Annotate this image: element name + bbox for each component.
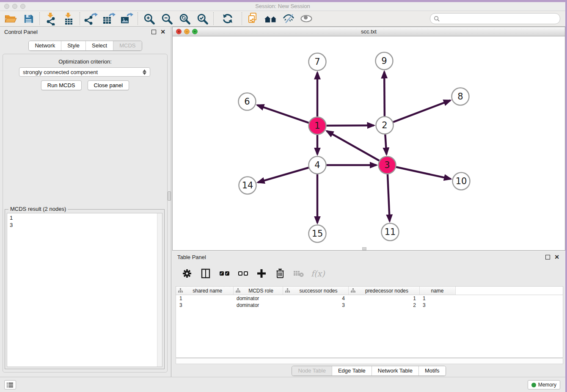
zoom-window-button[interactable] — [20, 4, 25, 9]
tab-select[interactable]: Select — [85, 41, 113, 50]
list-icon — [7, 382, 14, 388]
select-stepper-icon — [143, 69, 146, 75]
import-network-icon[interactable] — [42, 11, 60, 26]
criterion-value: strongly connected component — [23, 69, 98, 75]
table-hscrollbar[interactable] — [176, 358, 563, 364]
table-cell[interactable]: 3 — [283, 302, 348, 309]
node-label-9: 9 — [381, 56, 387, 66]
node-label-6: 6 — [244, 97, 250, 107]
tab-network[interactable]: Network — [29, 41, 61, 50]
show-all-icon[interactable] — [297, 11, 315, 26]
save-session-icon[interactable] — [19, 11, 37, 26]
network-frame-titlebar[interactable]: ✕ − + scc.txt — [173, 27, 565, 36]
criterion-select[interactable]: strongly connected component — [19, 67, 150, 77]
table-settings-gear-icon[interactable] — [181, 267, 193, 280]
fit-content-icon[interactable] — [176, 11, 193, 26]
column-header-mcds-role[interactable]: MCDS role — [233, 287, 283, 295]
table-cell[interactable]: 3 — [176, 302, 233, 309]
node-label-1: 1 — [314, 121, 320, 131]
frame-maximize-icon[interactable]: + — [192, 29, 198, 34]
table-panel-title: Table Panel — [177, 254, 206, 260]
table-cell[interactable]: 1 — [176, 295, 233, 302]
export-network-icon[interactable] — [82, 11, 100, 26]
close-panel-button[interactable]: Close panel — [88, 80, 129, 90]
import-table-icon[interactable] — [60, 11, 77, 26]
column-header-name[interactable]: name — [419, 287, 455, 295]
open-session-icon[interactable] — [2, 11, 19, 26]
table-tabs: Node Table Edge Table Network Table Moti… — [172, 366, 565, 376]
zoom-selected-icon[interactable] — [193, 11, 211, 26]
first-neighbors-icon[interactable] — [262, 11, 280, 26]
float-panel-icon[interactable] — [151, 30, 156, 34]
status-bar: Memory — [0, 377, 565, 392]
delete-column-icon[interactable] — [274, 267, 286, 280]
hide-selected-icon[interactable] — [280, 11, 297, 26]
table-cell[interactable]: 3 — [419, 302, 455, 309]
delete-table-icon-disabled — [292, 267, 305, 280]
tab-edge-table[interactable]: Edge Table — [332, 366, 372, 375]
edge-2-3[interactable] — [385, 134, 386, 154]
edge-2-8[interactable] — [393, 100, 450, 122]
search-input[interactable] — [440, 15, 556, 22]
function-builder-icon: f(x) — [311, 269, 325, 278]
split-divider[interactable] — [171, 27, 171, 377]
table-cell[interactable]: dominator — [233, 295, 283, 302]
tab-style[interactable]: Style — [61, 41, 85, 50]
table-row[interactable]: 1dominator411 — [176, 295, 563, 302]
node-label-8: 8 — [457, 91, 463, 102]
deselect-all-icon[interactable] — [237, 267, 249, 280]
table-cell[interactable]: 4 — [283, 295, 348, 302]
desktop-strip-right — [565, 0, 567, 392]
column-header-predecessor-nodes[interactable]: predecessor nodes — [348, 287, 419, 295]
select-all-icon[interactable]: ✓✓ — [218, 267, 231, 280]
edge-1-2[interactable] — [326, 125, 374, 126]
table-header-row: shared name MCDS role successor nodes pr… — [176, 287, 563, 295]
edge-3-11[interactable] — [388, 174, 390, 221]
refresh-view-icon[interactable] — [216, 11, 239, 26]
toolbar-separator — [80, 12, 80, 25]
table-cell[interactable]: 1 — [419, 295, 455, 302]
float-table-panel-icon[interactable] — [545, 255, 550, 259]
zoom-in-icon[interactable] — [140, 11, 158, 26]
zoom-out-icon[interactable] — [158, 11, 176, 26]
column-header-shared-name[interactable]: shared name — [176, 287, 233, 295]
memory-button[interactable]: Memory — [528, 380, 560, 389]
table-cell[interactable]: dominator — [233, 302, 283, 309]
edge-1-6[interactable] — [257, 105, 309, 123]
new-network-from-selection-icon[interactable] — [244, 11, 262, 26]
minimize-window-button[interactable] — [12, 4, 17, 9]
table-cell[interactable]: 2 — [348, 302, 419, 309]
export-image-icon[interactable] — [118, 11, 135, 26]
edge-3-1[interactable] — [327, 131, 379, 161]
export-table-icon[interactable] — [100, 11, 118, 26]
edge-2-9[interactable] — [384, 72, 385, 116]
mcds-result-area[interactable]: 1 3 — [7, 213, 162, 367]
tab-node-table[interactable]: Node Table — [292, 366, 332, 375]
edge-3-10[interactable] — [396, 167, 451, 179]
search-field[interactable] — [430, 13, 560, 24]
result-scrollbar[interactable] — [157, 213, 162, 367]
column-header-successor-nodes[interactable]: successor nodes — [283, 287, 348, 295]
close-window-button[interactable] — [4, 4, 9, 9]
toolbar-separator — [39, 12, 40, 25]
table-cell[interactable]: 1 — [348, 295, 419, 302]
table-panel: Table Panel ✕ ✓✓ — [172, 251, 565, 376]
run-mcds-button[interactable]: Run MCDS — [41, 80, 82, 90]
close-table-panel-icon[interactable]: ✕ — [554, 254, 559, 260]
tab-motifs[interactable]: Motifs — [418, 366, 446, 375]
edge-4-14[interactable] — [258, 168, 308, 182]
close-panel-icon[interactable]: ✕ — [160, 29, 165, 35]
tab-network-table[interactable]: Network Table — [372, 366, 418, 375]
tab-mcds[interactable]: MCDS — [113, 41, 141, 50]
frame-close-icon[interactable]: ✕ — [176, 29, 182, 34]
add-column-icon[interactable] — [255, 267, 268, 280]
node-label-4: 4 — [314, 160, 320, 170]
table-row[interactable]: 3dominator323 — [176, 302, 563, 309]
network-canvas[interactable]: 7968124314101511 — [173, 36, 565, 250]
mcds-panel: Optimization criterion: strongly connect… — [3, 54, 168, 373]
frame-minimize-icon[interactable]: − — [184, 29, 190, 34]
split-divider-grip[interactable] — [168, 191, 171, 201]
show-hide-columns-icon[interactable] — [199, 267, 212, 280]
task-history-button[interactable] — [4, 380, 16, 389]
network-frame-title: scc.txt — [173, 27, 565, 36]
